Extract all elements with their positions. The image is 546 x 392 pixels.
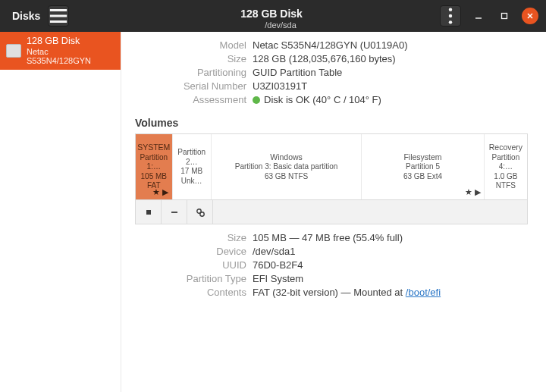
- svg-rect-3: [502, 14, 507, 19]
- minus-icon: [169, 207, 180, 218]
- vol-contents: FAT (32-bit version) — Mounted at /boot/…: [253, 287, 441, 298]
- info-label: Size: [127, 53, 253, 64]
- partition-size: 63 GB NTFS: [265, 172, 308, 182]
- partition-size: 1.0 GB NTFS: [486, 172, 526, 191]
- info-value-partitioning: GUID Partition Table: [253, 67, 342, 78]
- maximize-icon: [500, 12, 508, 20]
- window-close-button[interactable]: [522, 8, 538, 24]
- partition-name: Recovery: [489, 143, 522, 152]
- partition-size: 17 MB Unk…: [174, 167, 209, 186]
- partition-name: Filesystem: [403, 152, 441, 162]
- minimize-icon: [475, 12, 482, 20]
- ssd-icon: [6, 44, 21, 58]
- app-title: Disks: [12, 10, 40, 22]
- sidebar-disk-title: 128 GB Disk: [27, 36, 115, 47]
- volumes-panel: SYSTEMPartition 1:…105 MB FAT★ ▶Partitio…: [135, 133, 528, 224]
- partition-size: 63 GB Ext4: [403, 172, 442, 182]
- disk-info-table: ModelNetac S535N4/128GYN (U0119A0) Size1…: [127, 38, 528, 106]
- partition-sub: Partition 1:…: [137, 153, 171, 172]
- window-maximize-button[interactable]: [496, 8, 513, 24]
- kebab-icon: [441, 6, 460, 26]
- vol-partition-type: EFI System: [253, 273, 303, 284]
- info-label: Assessment: [127, 94, 253, 105]
- volumes-heading: Volumes: [135, 117, 528, 129]
- disk-device-path: /dev/sda: [121, 20, 440, 30]
- info-label: UUID: [127, 259, 253, 271]
- main-pane: ModelNetac S535N4/128GYN (U0119A0) Size1…: [121, 32, 546, 392]
- info-label: Serial Number: [127, 80, 253, 92]
- disk-sidebar: 128 GB Disk Netac S535N4/128GYN: [0, 32, 121, 392]
- close-icon: [526, 12, 534, 20]
- partition-sub: Partition 3: Basic data partition: [235, 162, 338, 172]
- partition-block[interactable]: FilesystemPartition 563 GB Ext4★ ▶: [362, 134, 485, 199]
- info-label: Model: [127, 39, 253, 51]
- info-value-serial: U3ZI03191T: [253, 80, 307, 92]
- info-value-assessment: Disk is OK (40° C / 104° F): [253, 94, 381, 105]
- volumes-toolbar: [136, 199, 527, 224]
- header-title-block: 128 GB Disk /dev/sda: [121, 2, 440, 30]
- header-bar: Disks 128 GB Disk /dev/sda: [0, 0, 546, 32]
- partition-sub: Partition 2…: [174, 148, 209, 167]
- partition-name: SYSTEM: [137, 143, 170, 152]
- partition-block[interactable]: RecoveryPartition 4:…1.0 GB NTFS: [485, 134, 527, 199]
- partition-block[interactable]: WindowsPartition 3: Basic data partition…: [212, 134, 362, 199]
- partition-state-icons: ★ ▶: [465, 187, 481, 198]
- delete-partition-button[interactable]: [162, 200, 187, 224]
- partition-state-icons: ★ ▶: [152, 187, 168, 198]
- svg-rect-4: [146, 210, 151, 215]
- vol-size: 105 MB — 47 MB free (55.4% full): [253, 232, 403, 243]
- stop-icon: [143, 207, 154, 218]
- window-minimize-button[interactable]: [470, 8, 487, 24]
- info-value-size: 128 GB (128,035,676,160 bytes): [253, 53, 396, 64]
- info-value-model: Netac S535N4/128GYN (U0119A0): [253, 39, 408, 51]
- disk-title: 128 GB Disk: [121, 2, 440, 20]
- app-menu-button[interactable]: [48, 5, 69, 27]
- partition-block[interactable]: Partition 2…17 MB Unk…: [173, 134, 212, 199]
- vol-device: /dev/sda1: [253, 246, 295, 257]
- partition-name: Windows: [270, 152, 303, 162]
- info-label: Contents: [127, 287, 253, 298]
- sidebar-disk-subtitle: Netac S535N4/128GYN: [27, 47, 115, 65]
- info-label: Size: [127, 232, 253, 243]
- unmount-button[interactable]: [136, 200, 162, 224]
- svg-point-1: [449, 14, 452, 17]
- info-label: Partitioning: [127, 67, 253, 78]
- partition-block[interactable]: SYSTEMPartition 1:…105 MB FAT★ ▶: [136, 134, 173, 199]
- info-label: Partition Type: [127, 273, 253, 284]
- mount-point-link[interactable]: /boot/efi: [406, 287, 441, 298]
- partition-options-button[interactable]: [187, 200, 213, 224]
- partition-sub: Partition 5: [406, 162, 440, 172]
- vol-uuid: 76D0-B2F4: [253, 259, 303, 271]
- svg-point-6: [199, 212, 203, 215]
- disk-menu-button[interactable]: [440, 5, 461, 27]
- gear-icon: [195, 207, 206, 218]
- partition-sub: Partition 4:…: [486, 153, 526, 172]
- svg-point-2: [449, 20, 452, 24]
- svg-point-0: [449, 8, 452, 11]
- sidebar-disk-entry[interactable]: 128 GB Disk Netac S535N4/128GYN: [0, 32, 121, 70]
- hamburger-icon: [49, 6, 68, 26]
- partitions-strip: SYSTEMPartition 1:…105 MB FAT★ ▶Partitio…: [136, 134, 527, 199]
- status-ok-icon: [253, 96, 260, 104]
- volume-info-table: Size105 MB — 47 MB free (55.4% full) Dev…: [127, 230, 528, 299]
- info-label: Device: [127, 246, 253, 257]
